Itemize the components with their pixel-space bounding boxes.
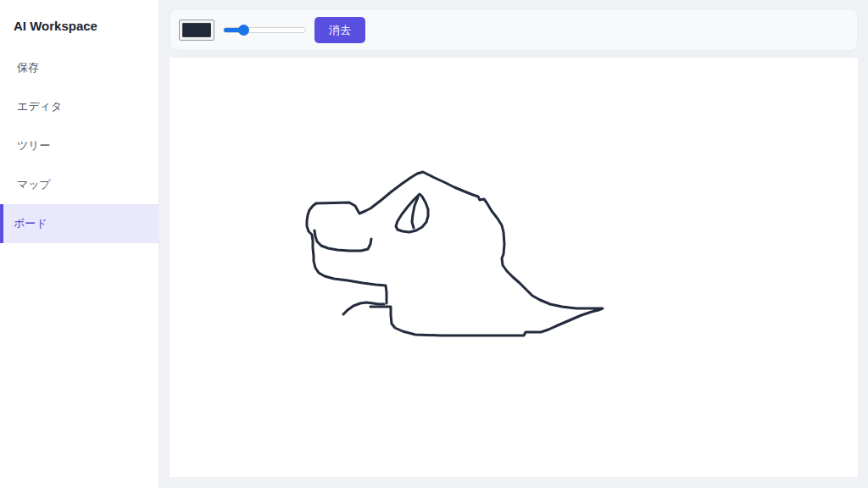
app-title: AI Workspace bbox=[0, 19, 159, 40]
sidebar-item-board[interactable]: ボード bbox=[0, 204, 159, 243]
stroke-mouth-line bbox=[314, 230, 371, 251]
brush-size-slider[interactable] bbox=[223, 24, 306, 36]
stroke-chin-curve bbox=[343, 302, 384, 314]
pen-color-picker[interactable] bbox=[179, 19, 214, 41]
stroke-head-outline bbox=[316, 172, 603, 336]
drawing-canvas[interactable] bbox=[170, 58, 858, 477]
sidebar-item-save[interactable]: 保存 bbox=[0, 48, 159, 87]
sidebar: AI Workspace 保存 エディタ ツリー マップ ボード bbox=[0, 0, 159, 488]
drawing-toolbar: 消去 bbox=[170, 8, 858, 51]
drawing-svg bbox=[170, 58, 858, 477]
sidebar-item-editor[interactable]: エディタ bbox=[0, 87, 159, 126]
clear-canvas-button[interactable]: 消去 bbox=[314, 17, 365, 43]
main-area: 消去 bbox=[159, 0, 868, 488]
sidebar-item-map[interactable]: マップ bbox=[0, 165, 159, 204]
stroke-snout-left-and-jaw bbox=[307, 203, 387, 303]
sidebar-nav: 保存 エディタ ツリー マップ ボード bbox=[0, 48, 159, 243]
sidebar-item-tree[interactable]: ツリー bbox=[0, 126, 159, 165]
